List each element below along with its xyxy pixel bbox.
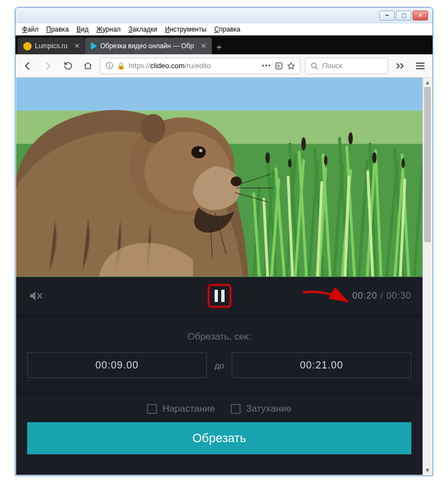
- svg-point-6: [302, 137, 306, 151]
- navbar: ⓘ 🔒 https://clideo.com/ru/edito ••• Поис…: [16, 54, 432, 78]
- trim-inputs: до: [27, 352, 411, 378]
- svg-point-15: [191, 146, 206, 158]
- vertical-scrollbar[interactable]: ▲ ▼: [422, 78, 432, 475]
- bookmark-star-icon[interactable]: [287, 62, 296, 70]
- lock-icon: 🔒: [117, 62, 125, 70]
- tab-close-icon[interactable]: ✕: [201, 42, 206, 50]
- arrow-left-icon: [23, 61, 33, 71]
- window-buttons: ━ ▢ ✕: [379, 11, 428, 20]
- window-maximize-button[interactable]: ▢: [396, 11, 411, 20]
- tabstrip: Lumpics.ru ✕ Обрезка видео онлайн — Обр …: [16, 35, 432, 54]
- new-tab-button[interactable]: ＋: [212, 40, 226, 54]
- fade-out-label: Затухание: [246, 403, 292, 414]
- trim-from-input[interactable]: [27, 352, 207, 378]
- home-icon: [83, 61, 93, 70]
- search-placeholder: Поиск: [322, 62, 343, 70]
- hamburger-icon: [416, 62, 425, 70]
- current-time: 00:20: [353, 291, 378, 300]
- menu-tools[interactable]: Инструменты: [162, 24, 210, 34]
- nav-forward-button[interactable]: [40, 58, 55, 74]
- favicon-clideo: [91, 42, 97, 50]
- trim-to-input[interactable]: [232, 352, 411, 378]
- tab-clideo[interactable]: Обрезка видео онлайн — Обр ✕: [85, 38, 212, 54]
- page-content: 00:20 / 00:30 Обрезать, сек: до: [16, 78, 422, 475]
- window-titlebar: ━ ▢ ✕: [16, 8, 432, 23]
- scroll-down-icon[interactable]: ▼: [423, 465, 432, 475]
- checkbox-icon: [231, 404, 241, 414]
- window-minimize-button[interactable]: ━: [379, 11, 395, 20]
- nav-back-button[interactable]: [20, 58, 35, 74]
- svg-point-11: [288, 159, 292, 168]
- svg-point-10: [401, 158, 405, 168]
- menu-file[interactable]: Файл: [19, 24, 42, 34]
- overflow-chevrons-button[interactable]: [393, 58, 408, 74]
- svg-point-17: [231, 177, 242, 187]
- tab-lumpics[interactable]: Lumpics.ru ✕: [18, 38, 85, 54]
- tab-title: Lumpics.ru: [35, 42, 68, 50]
- svg-point-5: [266, 152, 270, 163]
- nav-home-button[interactable]: [80, 58, 95, 74]
- cut-button-label: Обрезать: [192, 431, 246, 445]
- menu-view[interactable]: Вид: [73, 24, 92, 34]
- pause-button[interactable]: [208, 284, 231, 308]
- fade-in-checkbox[interactable]: Нарастание: [147, 403, 215, 414]
- svg-point-9: [372, 152, 376, 163]
- annotation-arrow-icon: [301, 288, 350, 307]
- svg-point-7: [324, 156, 327, 166]
- double-chevron-icon: [395, 62, 405, 70]
- menu-edit[interactable]: Правка: [43, 24, 73, 34]
- window-close-button[interactable]: ✕: [413, 11, 428, 20]
- volume-muted-icon: [28, 289, 43, 303]
- svg-point-1: [312, 63, 316, 67]
- scrollbar-thumb[interactable]: [424, 87, 431, 242]
- hamburger-menu-button[interactable]: [413, 58, 428, 74]
- video-editor: 00:20 / 00:30 Обрезать, сек: до: [16, 78, 422, 475]
- url-bar[interactable]: ⓘ 🔒 https://clideo.com/ru/edito •••: [100, 58, 301, 74]
- favicon-lumpics: [23, 42, 32, 50]
- nav-reload-button[interactable]: [60, 58, 75, 74]
- cut-button[interactable]: Обрезать: [27, 422, 411, 454]
- checkbox-icon: [147, 404, 157, 414]
- menu-history[interactable]: Журнал: [93, 24, 124, 34]
- mute-button[interactable]: [28, 289, 43, 303]
- menubar: Файл Правка Вид Журнал Закладки Инструме…: [16, 23, 432, 35]
- trim-label: Обрезать, сек:: [27, 331, 411, 342]
- search-bar[interactable]: Поиск: [305, 58, 388, 74]
- fade-out-checkbox[interactable]: Затухание: [231, 403, 292, 414]
- video-preview[interactable]: [16, 78, 422, 277]
- page-actions-icon[interactable]: •••: [262, 62, 271, 70]
- timecode: 00:20 / 00:30: [353, 291, 411, 301]
- trim-separator: до: [215, 361, 224, 370]
- search-icon: [310, 62, 319, 70]
- pause-icon: [215, 290, 225, 302]
- info-icon[interactable]: ⓘ: [105, 62, 114, 70]
- total-time: 00:30: [386, 291, 411, 300]
- url-text: https://clideo.com/ru/edito: [129, 62, 258, 70]
- browser-window: ━ ▢ ✕ Файл Правка Вид Журнал Закладки Ин…: [15, 7, 433, 476]
- fade-in-label: Нарастание: [162, 403, 215, 414]
- trim-section: Обрезать, сек: до: [16, 315, 422, 393]
- time-separator: /: [380, 291, 386, 300]
- svg-point-14: [141, 114, 165, 143]
- reload-icon: [63, 61, 73, 70]
- scroll-up-icon[interactable]: ▲: [423, 78, 432, 87]
- menu-help[interactable]: Справка: [211, 24, 243, 34]
- page-viewport: 00:20 / 00:30 Обрезать, сек: до: [16, 78, 432, 475]
- menu-bookmarks[interactable]: Закладки: [125, 24, 161, 34]
- svg-point-8: [348, 132, 353, 145]
- fade-section: Нарастание Затухание: [16, 393, 422, 422]
- player-controls: 00:20 / 00:30: [16, 277, 422, 315]
- tab-title: Обрезка видео онлайн — Обр: [100, 42, 194, 50]
- tab-close-icon[interactable]: ✕: [74, 42, 80, 50]
- arrow-right-icon: [43, 61, 53, 71]
- reader-icon[interactable]: [274, 62, 283, 70]
- svg-point-16: [199, 149, 202, 152]
